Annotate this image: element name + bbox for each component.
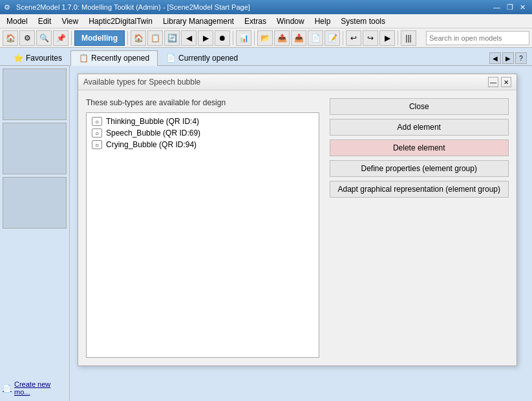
toolbar-btn-16[interactable]: 📝 (325, 30, 340, 46)
sidebar-item-3[interactable] (3, 177, 67, 229)
toolbar-sep-5 (343, 31, 343, 45)
left-sidebar: 📄 Create new mo... (0, 66, 70, 401)
toolbar-sep-3 (233, 31, 233, 45)
tab-nav-prev[interactable]: ◀ (489, 52, 501, 64)
menu-edit[interactable]: Edit (33, 14, 57, 28)
favourites-icon: ⭐ (14, 54, 23, 63)
thinking-bubble-icon (92, 117, 102, 126)
list-item-speech-bubble[interactable]: Speech_Bubble (QR ID:69) (89, 127, 316, 139)
window-controls: — ❐ ✕ (491, 1, 528, 13)
crying-bubble-icon (92, 140, 102, 149)
speech-bubble-icon (92, 129, 102, 138)
toolbar-btn-7[interactable]: 🔄 (164, 30, 180, 46)
adapt-graphical-button[interactable]: Adapt graphical representation (element … (330, 181, 509, 198)
toolbar-btn-11[interactable]: 📊 (236, 30, 251, 46)
tab-nav-help[interactable]: ? (515, 52, 527, 64)
create-icon: 📄 (3, 384, 12, 393)
list-item-crying-bubble[interactable]: Crying_Bubble (QR ID:94) (89, 139, 316, 150)
create-new-model-link[interactable]: 📄 Create new mo... (3, 378, 67, 398)
toolbar-btn-17[interactable]: ▶ (379, 30, 395, 46)
minimize-button[interactable]: — (491, 1, 503, 13)
dialog-right-panel: Close Add element Delete element Define … (330, 98, 509, 358)
tab-navigation: ◀ ▶ ? (489, 52, 527, 65)
toolbar-btn-6[interactable]: 📋 (147, 30, 163, 46)
main-content: 📄 Create new mo... Available types for S… (0, 66, 532, 401)
menu-bar: Model Edit View Haptic2DigitalTwin Libra… (0, 14, 532, 28)
sidebar-item-2[interactable] (3, 123, 67, 174)
home-button[interactable]: 🏠 (3, 30, 18, 46)
add-element-button[interactable]: Add element (330, 119, 509, 136)
redo-button[interactable]: ↪ (363, 30, 378, 46)
toolbar-btn-4[interactable]: 📌 (53, 30, 69, 46)
toolbar-sep-4 (254, 31, 255, 45)
available-types-dialog: Available types for Speech bubble — ✕ Th… (78, 74, 517, 366)
search-input[interactable] (429, 34, 513, 42)
close-button[interactable]: ✕ (517, 1, 528, 13)
menu-help[interactable]: Help (310, 14, 336, 28)
dialog-container: Available types for Speech bubble — ✕ Th… (70, 66, 532, 401)
tab-recently-opened[interactable]: 📋 Recently opened (70, 50, 158, 66)
toolbar-btn-10[interactable]: ⏺ (215, 30, 230, 46)
toolbar-btn-12[interactable]: 📂 (257, 30, 273, 46)
define-properties-button[interactable]: Define properties (element group) (330, 160, 509, 177)
menu-extras[interactable]: Extras (239, 14, 271, 28)
close-button[interactable]: Close (330, 98, 509, 115)
toolbar-btn-15[interactable]: 📄 (308, 30, 323, 46)
window-title: Scene2Model 1.7.0: Modelling Toolkit (Ad… (16, 3, 250, 11)
currently-opened-icon: 📄 (166, 54, 176, 63)
search-box (426, 31, 529, 45)
dialog-minimize-button[interactable]: — (488, 77, 498, 87)
dialog-left-panel: These sub-types are available for design… (86, 98, 319, 358)
toolbar-btn-9[interactable]: ▶ (198, 30, 213, 46)
delete-element-button[interactable]: Delete element (330, 139, 509, 156)
tab-currently-opened[interactable]: 📄 Currently opened (158, 50, 246, 65)
modelling-button[interactable]: Modelling (74, 30, 125, 46)
tab-favourites[interactable]: ⭐ Favourites (5, 50, 70, 65)
toolbar-btn-18[interactable]: ||| (401, 30, 416, 46)
dialog-subtitle: These sub-types are available for design (86, 98, 319, 107)
recently-opened-icon: 📋 (79, 54, 89, 63)
menu-window[interactable]: Window (271, 14, 310, 28)
undo-button[interactable]: ↩ (346, 30, 361, 46)
menu-haptic2digitaltwin[interactable]: Haptic2DigitalTwin (83, 14, 158, 28)
toolbar-btn-5[interactable]: 🏠 (131, 30, 146, 46)
subtypes-list: Thinking_Bubble (QR ID:4) Speech_Bubble … (86, 112, 319, 358)
toolbar-sep-6 (398, 31, 398, 45)
menu-view[interactable]: View (56, 14, 83, 28)
menu-model[interactable]: Model (1, 14, 33, 28)
toolbar-btn-14[interactable]: 📥 (291, 30, 306, 46)
dialog-title-bar: Available types for Speech bubble — ✕ (78, 74, 516, 90)
toolbar-btn-8[interactable]: ◀ (181, 30, 197, 46)
toolbar-btn-13[interactable]: 📤 (274, 30, 290, 46)
sidebar-item-1[interactable] (3, 68, 67, 120)
title-bar: ⚙ Scene2Model 1.7.0: Modelling Toolkit (… (0, 0, 532, 14)
list-item-thinking-bubble[interactable]: Thinking_Bubble (QR ID:4) (89, 116, 316, 127)
toolbar-btn-3[interactable]: 🔍 (36, 30, 52, 46)
toolbar-sep-1 (71, 31, 72, 45)
dialog-close-button[interactable]: ✕ (501, 77, 511, 87)
dialog-title: Available types for Speech bubble (83, 77, 200, 87)
restore-button[interactable]: ❐ (504, 1, 516, 13)
menu-system-tools[interactable]: System tools (335, 14, 390, 28)
menu-library-management[interactable]: Library Management (158, 14, 239, 28)
tab-bar: ⭐ Favourites 📋 Recently opened 📄 Current… (0, 48, 532, 66)
toolbar-btn-2[interactable]: ⚙ (19, 30, 35, 46)
dialog-body: These sub-types are available for design… (78, 90, 516, 365)
toolbar: 🏠 ⚙ 🔍 📌 Modelling 🏠 📋 🔄 ◀ ▶ ⏺ 📊 📂 📤 📥 📄 … (0, 28, 532, 48)
tab-nav-next[interactable]: ▶ (502, 52, 514, 64)
toolbar-sep-2 (127, 31, 128, 45)
app-icon: ⚙ (4, 3, 10, 11)
